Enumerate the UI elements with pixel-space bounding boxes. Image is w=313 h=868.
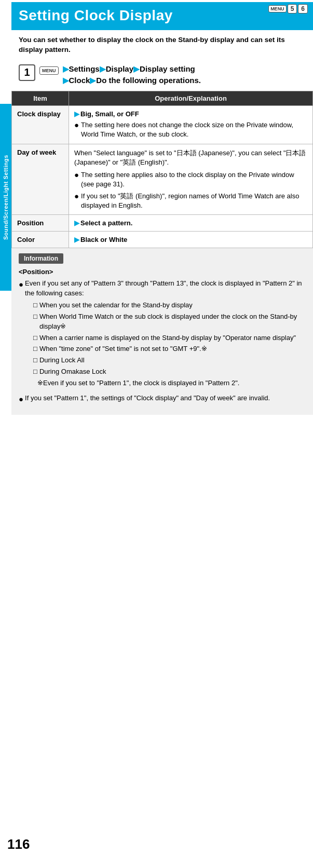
step-number: 1 [19, 64, 35, 81]
item-clock-display: Clock display [12, 106, 69, 144]
intro-text: You can set whether to display the clock… [11, 30, 313, 59]
info-bullet-2: ● If you set "Pattern 1", the settings o… [19, 394, 306, 405]
sub-item: □ During Omakase Lock [33, 367, 306, 377]
page-number: 116 [7, 836, 30, 852]
col-operation: Operation/Explanation [69, 91, 313, 106]
sub-item: □ When World Time Watch or the sub clock… [33, 312, 306, 332]
sub-item: □ When "time zone" of "Set time" is not … [33, 344, 306, 354]
step-row: 1 MENU ▶Settings▶Display▶Display setting… [11, 59, 313, 91]
page-header: Setting Clock Display [11, 2, 313, 30]
operation-clock-display: ▶Big, Small, or OFF ● The setting here d… [69, 106, 313, 144]
info-box: Information <Position> ● Even if you set… [11, 248, 313, 414]
sub-item: □ When a carrier name is displayed on th… [33, 333, 306, 343]
sub-item: □ During Lock All [33, 356, 306, 365]
step-text: ▶Settings▶Display▶Display setting ▶Clock… [63, 63, 201, 86]
note-text: ※Even if you set to "Pattern 1", the clo… [37, 378, 306, 388]
sub-list: □ When you set the calendar for the Stan… [33, 301, 306, 377]
badge-num2: 6 [298, 4, 308, 13]
operation-position: ▶Select a pattern. [69, 215, 313, 232]
info-header: Information [19, 253, 63, 264]
sub-item: □ When you set the calendar for the Stan… [33, 301, 306, 310]
operation-color: ▶Black or White [69, 232, 313, 248]
menu-badge: MENU [268, 5, 287, 12]
item-position: Position [12, 215, 69, 232]
main-table: Item Operation/Explanation Clock display… [11, 91, 313, 248]
sidebar-label: Sound/Screen/Light Settings [0, 104, 11, 291]
operation-day-of-week: When "Select language" is set to "日本語 (J… [69, 144, 313, 215]
table-row: Day of week When "Select language" is se… [12, 144, 313, 215]
col-item: Item [12, 91, 69, 106]
menu-icon: MENU [39, 66, 59, 75]
table-row: Clock display ▶Big, Small, or OFF ● The … [12, 106, 313, 144]
info-section-title: <Position> [19, 268, 306, 276]
info-bullet-1: ● Even if you set any of "Pattern 3" thr… [19, 279, 306, 390]
table-row: Position ▶Select a pattern. [12, 215, 313, 232]
table-row: Color ▶Black or White [12, 232, 313, 248]
page-title: Setting Clock Display [19, 7, 306, 24]
item-day-of-week: Day of week [12, 144, 69, 215]
badge-num1: 5 [288, 4, 297, 13]
top-badges: MENU 5 6 [268, 4, 308, 13]
item-color: Color [12, 232, 69, 248]
